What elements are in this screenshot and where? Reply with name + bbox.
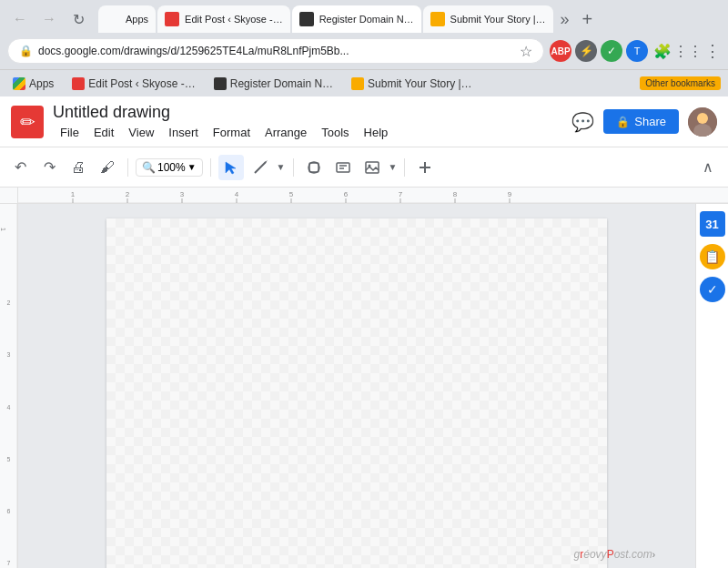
menu-help[interactable]: Help [357,124,396,141]
menu-format[interactable]: Format [206,124,258,141]
main-area: 1 2 3 4 5 6 1 2 3 4 5 6 7 [0,204,728,568]
notes-icon: 📋 [704,249,720,264]
bookmark-register-label: Register Domain N… [230,77,333,90]
svg-text:7: 7 [399,190,403,198]
tab-favicon-register [299,12,314,26]
tasks-icon: ✓ [707,282,718,297]
share-button[interactable]: 🔒 Share [603,109,679,134]
doc-title[interactable]: Untitled drawing [53,103,562,122]
address-bar[interactable]: 🔒 docs.google.com/drawings/d/1259625TE4L… [7,38,544,64]
ext-icon-3[interactable]: T [626,40,648,62]
paint-format-button[interactable]: 🖌 [95,155,120,180]
menu-view[interactable]: View [121,124,161,141]
tab-submit[interactable]: Submit Your Story |… [423,5,553,33]
print-button[interactable]: 🖨 [66,155,91,180]
line-tool-dropdown[interactable]: ▼ [277,162,286,172]
ruler-corner [0,188,18,204]
forward-button[interactable]: → [36,6,62,32]
select-tool-button[interactable] [218,155,244,180]
menu-tools[interactable]: Tools [314,124,356,141]
chrome-menu-icon[interactable]: ⋮ [704,41,721,61]
drawing-canvas[interactable] [106,218,607,568]
header-right: 💬 🔒 Share [571,107,717,137]
user-avatar[interactable] [688,107,717,137]
tab-label-editpost: Edit Post ‹ Skyose -… [185,14,283,25]
tab-label-apps: Apps [126,14,148,25]
bookmark-submit-label: Submit Your Story |… [368,77,472,90]
tab-label-register: Register Domain N… [319,14,414,25]
svg-text:2: 2 [126,190,130,198]
app-logo: ✏ [11,106,44,138]
tab-favicon-editpost [165,12,179,26]
svg-rect-7 [337,163,349,172]
bookmark-apps-label: Apps [29,77,54,90]
app-header: ✏ Untitled drawing File Edit View Insert… [0,96,728,147]
svg-rect-34 [0,204,17,568]
address-text: docs.google.com/drawings/d/1259625TE4La/… [38,45,514,57]
tab-label-submit: Submit Your Story |… [450,14,546,25]
calendar-panel-icon[interactable]: 31 [700,211,725,237]
separator-4 [404,158,405,177]
bookmark-star-icon[interactable]: ☆ [520,43,532,60]
separator-3 [293,158,294,177]
back-button[interactable]: ← [7,6,33,32]
adblock-icon[interactable]: ABP [550,40,571,62]
menu-edit[interactable]: Edit [86,124,121,141]
tab-bar: ← → ↻ Apps Edit Post ‹ Skyose -… Registe… [0,0,728,33]
extension-icons: ABP ⚡ ✓ T 🧩 ⋮⋮ [550,40,699,62]
image-tool-button[interactable] [359,155,385,180]
toolbar-collapse-button[interactable]: ∧ [695,155,721,180]
menu-insert[interactable]: Insert [161,124,206,141]
notes-panel-icon[interactable]: 📋 [700,244,725,269]
separator-2 [210,158,211,177]
tab-editpost[interactable]: Edit Post ‹ Skyose -… [157,5,290,33]
undo-button[interactable]: ↶ [7,155,33,180]
vertical-ruler: 1 2 3 4 5 6 1 2 3 4 5 6 7 [0,204,18,568]
canvas-container: 1 2 3 4 5 6 7 8 [0,188,728,568]
svg-point-1 [697,113,708,124]
redo-button[interactable]: ↷ [36,155,62,180]
other-bookmarks[interactable]: Other bookmarks [640,76,721,90]
image-tool-dropdown[interactable]: ▼ [389,162,398,172]
bookmark-submit[interactable]: Submit Your Story |… [346,76,478,92]
textbox-tool-button[interactable] [330,155,356,180]
shape-tool-button[interactable] [301,155,327,180]
svg-text:1: 1 [71,190,76,198]
new-tab-button[interactable]: + [577,9,599,30]
app-logo-icon: ✏ [20,111,35,133]
tab-more-button[interactable]: » [555,10,575,29]
bookmark-register[interactable]: Register Domain N… [208,76,339,92]
reload-button[interactable]: ↻ [66,6,91,32]
address-bar-row: 🔒 docs.google.com/drawings/d/1259625TE4L… [0,33,728,69]
bookmark-submit-favicon [351,77,364,90]
share-lock-icon: 🔒 [616,116,630,128]
tab-favicon-submit [430,12,445,26]
tab-register[interactable]: Register Domain N… [292,5,421,33]
bookmark-apps-icon [13,77,25,90]
menu-bar: File Edit View Insert Format Arrange Too… [53,124,562,141]
bookmark-apps[interactable]: Apps [7,76,59,92]
ext-icon-puzzle[interactable]: 🧩 [652,40,673,62]
ext-icon-2[interactable]: ✓ [601,40,622,62]
tab-apps[interactable]: Apps [98,5,156,33]
svg-text:4: 4 [235,190,239,198]
share-button-label: Share [634,115,666,128]
toolbar: ↶ ↷ 🖨 🖌 🔍 100% ▼ ▼ [0,147,728,188]
menu-arrange[interactable]: Arrange [258,124,314,141]
svg-text:9: 9 [508,190,512,198]
ext-icon-menu[interactable]: ⋮⋮ [677,40,699,62]
zoom-control[interactable]: 🔍 100% ▼ [136,158,203,177]
bookmark-editpost[interactable]: Edit Post ‹ Skyose -… [66,76,200,92]
svg-rect-6 [309,163,318,172]
tasks-panel-icon[interactable]: ✓ [700,277,725,302]
plus-tool-button[interactable] [412,155,438,180]
ext-icon-1[interactable]: ⚡ [575,40,597,62]
comments-icon[interactable]: 💬 [571,111,594,133]
zoom-icon: 🔍 [142,161,156,174]
doc-title-area: Untitled drawing File Edit View Insert F… [53,103,562,141]
canvas-area[interactable]: gréovyPost.com› [18,204,695,568]
zoom-dropdown-icon: ▼ [187,162,197,172]
line-tool-button[interactable] [248,155,273,180]
menu-file[interactable]: File [53,124,86,141]
horizontal-ruler: 1 2 3 4 5 6 7 8 [18,188,728,204]
